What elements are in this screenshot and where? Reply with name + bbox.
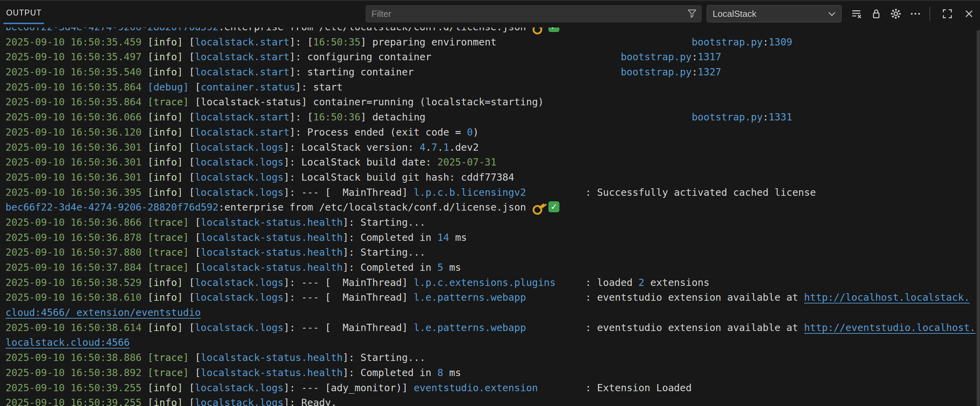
log-text: ]: --- [ MainThread] [283, 291, 414, 303]
log-text: 2025-09-10 16:50:39.255 [5, 397, 147, 406]
log-text: [info] [147, 111, 183, 123]
log-text: [info] [147, 322, 183, 333]
log-text: [trace] [147, 246, 189, 258]
log-text: [debug] [147, 81, 189, 93]
key-emoji-icon [532, 201, 546, 213]
filter-input[interactable] [366, 5, 702, 22]
log-text: 2 [638, 277, 644, 288]
log-output[interactable]: bec66f22-3d4e-4274-9206-28820f76d592:ent… [0, 19, 980, 406]
log-hyperlink[interactable]: http://eventstudio.localhost. [804, 322, 975, 333]
log-line: 2025-09-10 16:50:37.884 [trace] [localst… [0, 260, 980, 275]
log-text: ]: LocalStack version: [283, 141, 420, 153]
log-text: 1327 [698, 66, 721, 78]
log-line: 2025-09-10 16:50:38.614 [info] [localsta… [0, 320, 980, 336]
log-text: 2025-09-10 16:50:36.301 [5, 141, 147, 153]
log-text [538, 382, 585, 393]
log-hyperlink[interactable]: localstack.cloud:4566 [5, 337, 130, 348]
log-text: 1 [443, 141, 449, 153]
log-text: 2025-09-10 16:50:35.540 [5, 66, 147, 78]
log-text: 1309 [769, 36, 792, 48]
log-line: 2025-09-10 16:50:39.255 [info] [localsta… [0, 380, 980, 396]
log-text: ]: starting container [290, 66, 414, 78]
log-text: [ [183, 382, 194, 393]
log-text: : [692, 51, 698, 62]
log-module-ref: localstack.logs [195, 291, 283, 303]
log-text: : [763, 111, 769, 123]
log-text: [ [183, 36, 194, 48]
log-text: .dev2 [449, 141, 479, 153]
log-text: 16:50:36 [313, 111, 360, 123]
log-text [414, 66, 621, 78]
maximize-panel-icon [942, 8, 953, 19]
log-text [431, 51, 621, 62]
log-module-ref: localstack.start [195, 66, 290, 78]
log-text: [ [189, 216, 200, 228]
log-line: 2025-09-10 16:50:38.610 [info] [localsta… [0, 290, 980, 305]
clear-output-icon [850, 8, 862, 19]
log-text: ]: Starting... [343, 216, 425, 228]
log-hyperlink[interactable]: cloud:4566/_extension/eventstudio [5, 307, 200, 318]
log-line: 2025-09-10 16:50:36.301 [info] [localsta… [0, 140, 980, 155]
log-text: ]: Ready. [283, 397, 337, 406]
log-text: ms [449, 232, 467, 243]
log-text: ]: Starting... [343, 352, 425, 363]
log-text: ]: --- [ MainThread] [283, 187, 414, 198]
log-line: 2025-09-10 16:50:38.892 [trace] [localst… [0, 365, 980, 380]
log-text: . [438, 141, 443, 153]
log-text: [info] [147, 187, 183, 198]
log-text: ms [443, 367, 461, 379]
log-text: [ [183, 277, 194, 288]
settings-button[interactable] [889, 7, 903, 21]
log-text: ]: Starting... [343, 246, 425, 258]
log-text: ]: LocalStack build git hash: cddf77384 [283, 171, 514, 183]
clear-output-button[interactable] [850, 7, 863, 21]
log-module-ref: eventstudio.extension [414, 382, 538, 393]
tab-active-indicator [3, 23, 44, 24]
close-panel-button[interactable] [962, 7, 976, 21]
log-line: 2025-09-10 16:50:35.459 [info] [localsta… [0, 35, 980, 50]
log-module-ref: localstack.start [195, 51, 290, 62]
filter-icon[interactable] [687, 9, 697, 19]
log-text: 2025-09-10 16:50:36.866 [5, 216, 147, 228]
log-hyperlink[interactable]: http://localhost.localstack. [804, 291, 970, 303]
log-text: 2025-09-10 16:50:36.066 [5, 111, 147, 123]
log-module-ref: localstack-status.health [200, 232, 343, 243]
log-module-ref: localstack.logs [195, 171, 283, 183]
log-text: [ [183, 397, 194, 406]
log-text: ]: [ [290, 36, 313, 48]
log-text: [trace] [147, 262, 189, 273]
log-line: 2025-09-10 16:50:37.880 [trace] [localst… [0, 245, 980, 260]
maximize-panel-button[interactable] [940, 7, 954, 21]
log-text: [ [189, 367, 200, 379]
log-text: [ [183, 291, 194, 303]
log-text: 2025-09-10 16:50:38.529 [5, 277, 147, 288]
log-text: ]: Process ended (exit code = [290, 126, 467, 138]
log-text: : loaded [585, 277, 638, 288]
log-text: : [692, 66, 698, 78]
output-channel-select[interactable]: LocalStack [707, 5, 842, 22]
log-text: 2025-09-10 16:50:35.864 [5, 81, 147, 93]
more-actions-button[interactable] [908, 7, 922, 21]
output-channel-label: LocalStack [713, 5, 756, 22]
tab-output[interactable]: OUTPUT [6, 8, 42, 18]
log-line: 2025-09-10 16:50:35.864 [trace] [localst… [0, 94, 980, 110]
log-text: [ [189, 246, 200, 258]
log-line: cloud:4566/_extension/eventstudio [0, 305, 980, 320]
scroll-lock-button[interactable] [869, 7, 883, 21]
log-text: ]: [ [290, 111, 313, 123]
panel-header: OUTPUT LocalStack [0, 0, 980, 27]
log-module-ref: bootstrap.py [692, 111, 763, 123]
log-text: ]: Completed in [343, 262, 437, 273]
log-text: [trace] [147, 367, 189, 379]
log-module-ref: l.e.patterns.webapp [414, 291, 526, 303]
log-text: 2025-09-10 16:50:38.610 [5, 291, 147, 303]
vertical-scrollbar[interactable] [977, 30, 980, 406]
log-text: [ [183, 156, 194, 168]
log-module-ref: bootstrap.py [620, 51, 692, 62]
log-text: 1331 [769, 111, 792, 123]
log-text: [localstack-status] container=running (l… [189, 96, 544, 108]
log-text: [info] [147, 397, 183, 406]
log-text: : [763, 36, 769, 48]
chevron-down-icon [828, 12, 836, 16]
log-line: 2025-09-10 16:50:35.540 [info] [localsta… [0, 65, 980, 80]
